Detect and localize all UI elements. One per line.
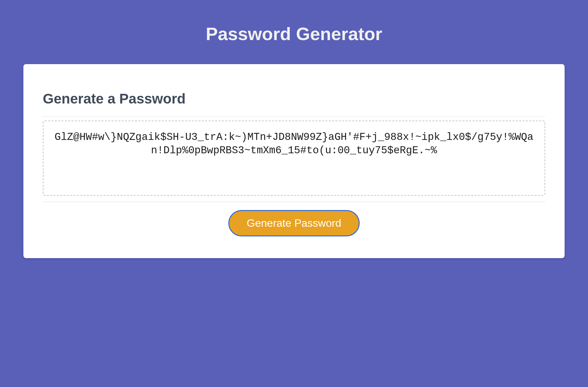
password-output-box: GlZ@HW#w\}NQZgaik$SH-U3_trA:k~)MTn+JD8NW… (43, 121, 545, 196)
generator-card: Generate a Password GlZ@HW#w\}NQZgaik$SH… (23, 64, 565, 258)
page-title: Password Generator (0, 0, 588, 64)
card-footer: Generate Password (43, 202, 545, 236)
password-output-text: GlZ@HW#w\}NQZgaik$SH-U3_trA:k~)MTn+JD8NW… (50, 131, 538, 158)
generate-password-button[interactable]: Generate Password (228, 210, 360, 236)
card-title: Generate a Password (43, 91, 545, 107)
card-body: GlZ@HW#w\}NQZgaik$SH-U3_trA:k~)MTn+JD8NW… (43, 121, 545, 202)
page-wrapper: Password Generator Generate a Password G… (0, 0, 588, 258)
card-header: Generate a Password (43, 91, 545, 117)
